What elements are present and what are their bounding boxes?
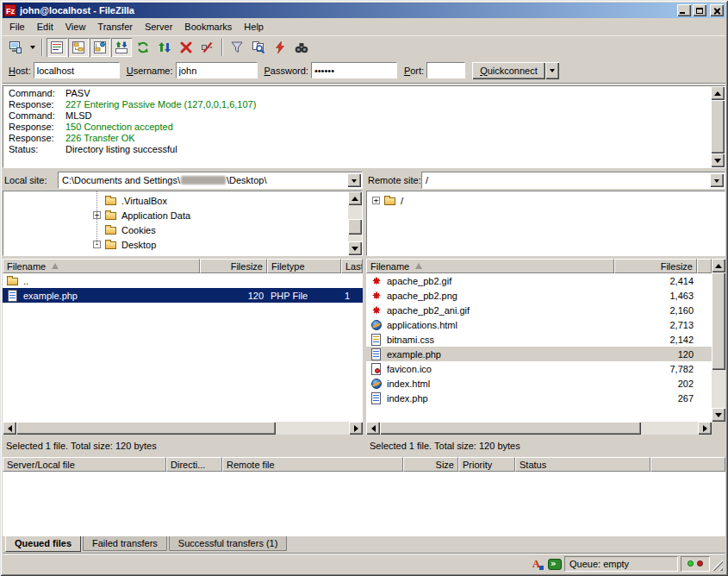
column-header-filetype[interactable]: Filetype <box>267 259 341 273</box>
menu-bookmarks[interactable]: Bookmarks <box>178 20 238 34</box>
tree-item[interactable]: Cookies <box>3 222 348 237</box>
file-row[interactable]: applications.html 2,713 <box>366 317 712 332</box>
find-files-button[interactable] <box>291 38 312 57</box>
scroll-right-button[interactable] <box>698 422 712 435</box>
file-row[interactable]: index.php 267 <box>366 391 712 405</box>
menu-bar: File Edit View Transfer Server Bookmarks… <box>3 18 725 35</box>
queue-list[interactable] <box>3 472 725 536</box>
local-tree-vertical-scrollbar[interactable] <box>348 191 362 255</box>
column-header-size[interactable]: Size <box>403 457 458 472</box>
scroll-down-button[interactable] <box>348 241 362 255</box>
column-header-filename[interactable]: Filename <box>3 259 200 273</box>
tree-item[interactable]: + / <box>367 193 725 208</box>
column-header-remote-file[interactable]: Remote file <box>222 457 403 472</box>
arrow-left-icon <box>4 425 12 432</box>
menu-help[interactable]: Help <box>238 20 270 34</box>
scroll-right-button[interactable] <box>349 422 363 435</box>
scrollbar-thumb[interactable] <box>711 100 725 153</box>
host-input[interactable] <box>34 62 120 78</box>
log-line: Command:MLSD <box>3 110 711 122</box>
column-header-spacer <box>697 259 712 273</box>
tree-expander[interactable]: + <box>372 197 380 204</box>
menu-view[interactable]: View <box>59 20 92 34</box>
local-site-combobox[interactable]: C:\Documents and Settings\\Desktop\ <box>58 172 363 189</box>
scrollbar-thumb[interactable] <box>16 422 276 435</box>
scrollbar-thumb[interactable] <box>380 422 641 435</box>
tree-item[interactable]: - Desktop <box>3 237 348 252</box>
scroll-up-button[interactable] <box>711 86 725 100</box>
queue-header: Server/Local file Directi... Remote file… <box>3 457 725 472</box>
file-row[interactable]: apache_pb2_ani.gif 2,160 <box>366 303 712 317</box>
log-vertical-scrollbar[interactable] <box>711 86 725 167</box>
column-header-last-modified[interactable]: Last modified <box>341 259 363 273</box>
site-manager-button[interactable] <box>5 38 26 57</box>
file-row[interactable]: bitnami.css 2,142 <box>366 332 712 347</box>
column-header-status[interactable]: Status <box>515 457 650 472</box>
remote-list-horizontal-scrollbar[interactable] <box>366 422 712 435</box>
close-button[interactable] <box>710 4 724 16</box>
column-header-priority[interactable]: Priority <box>458 457 515 472</box>
scroll-left-button[interactable] <box>366 422 380 435</box>
file-row[interactable]: .. <box>3 273 363 288</box>
file-row[interactable]: favicon.ico 7,782 <box>366 361 712 376</box>
port-input[interactable] <box>426 62 465 78</box>
scroll-left-button[interactable] <box>3 422 16 435</box>
remote-site-dropdown-button[interactable] <box>710 173 724 187</box>
tree-item[interactable]: + Application Data <box>3 208 348 222</box>
column-header-filesize[interactable]: Filesize <box>200 259 267 273</box>
menu-file[interactable]: File <box>3 20 31 34</box>
refresh-button[interactable] <box>133 38 153 57</box>
file-row-selected[interactable]: example.php 120 PHP File 1 <box>3 288 363 303</box>
disconnect-button[interactable] <box>197 38 218 57</box>
toggle-queue-button[interactable] <box>111 38 132 57</box>
speed-limit-icon[interactable] <box>547 557 562 571</box>
minimize-button[interactable] <box>677 4 691 16</box>
tab-queued-files[interactable]: Queued files <box>5 536 81 552</box>
remote-site-combobox[interactable]: / <box>421 172 725 189</box>
scroll-up-button[interactable] <box>712 259 725 272</box>
password-input[interactable] <box>311 62 397 78</box>
site-manager-dropdown-button[interactable] <box>27 38 38 57</box>
folder-icon <box>104 238 118 252</box>
column-header-direction[interactable]: Directi... <box>166 457 222 472</box>
scroll-down-button[interactable] <box>711 153 725 167</box>
css-file-icon <box>370 333 383 347</box>
tab-failed-transfers[interactable]: Failed transfers <box>83 536 167 551</box>
resize-grip[interactable] <box>712 560 723 571</box>
synchronized-browsing-button[interactable] <box>270 38 290 57</box>
status-bar: Queue: empty <box>3 553 725 573</box>
menu-edit[interactable]: Edit <box>31 20 59 34</box>
file-row[interactable]: apache_pb2.png 1,463 <box>366 288 712 303</box>
file-row-selected[interactable]: example.php 120 <box>366 347 712 361</box>
cancel-button[interactable] <box>176 38 196 57</box>
tab-successful-transfers[interactable]: Successful transfers (1) <box>169 536 288 551</box>
scroll-down-button[interactable] <box>712 408 725 422</box>
toggle-message-log-button[interactable] <box>47 38 67 57</box>
remote-list-vertical-scrollbar[interactable] <box>712 259 725 422</box>
local-site-dropdown-button[interactable] <box>347 173 361 187</box>
title-bar[interactable]: john@localhost - FileZilla <box>3 3 725 18</box>
local-list-horizontal-scrollbar[interactable] <box>3 422 363 435</box>
toggle-remote-tree-button[interactable] <box>90 38 110 57</box>
column-header-filesize[interactable]: Filesize <box>614 259 697 273</box>
scrollbar-thumb[interactable] <box>348 219 362 235</box>
tree-item[interactable]: .VirtualBox <box>3 193 348 208</box>
menu-server[interactable]: Server <box>139 20 178 34</box>
menu-transfer[interactable]: Transfer <box>91 20 139 34</box>
username-input[interactable] <box>176 62 258 78</box>
column-header-filename[interactable]: Filename <box>366 259 614 273</box>
toggle-local-tree-button[interactable] <box>68 38 89 57</box>
quickconnect-dropdown-button[interactable] <box>545 62 559 79</box>
scrollbar-thumb[interactable] <box>712 272 725 370</box>
column-header-server-local-file[interactable]: Server/Local file <box>3 457 166 472</box>
ascii-datatype-icon[interactable] <box>530 557 544 571</box>
quickconnect-button[interactable]: Quickconnect <box>472 62 545 79</box>
maximize-button[interactable] <box>693 4 706 16</box>
file-row[interactable]: apache_pb2.gif 2,414 <box>366 273 712 288</box>
file-row[interactable]: index.html 202 <box>366 376 712 391</box>
filter-button[interactable] <box>227 38 247 57</box>
scroll-up-button[interactable] <box>348 191 362 205</box>
remote-directory-tree: + / <box>366 191 725 256</box>
process-queue-button[interactable] <box>154 38 175 57</box>
compare-directories-button[interactable] <box>248 38 269 57</box>
